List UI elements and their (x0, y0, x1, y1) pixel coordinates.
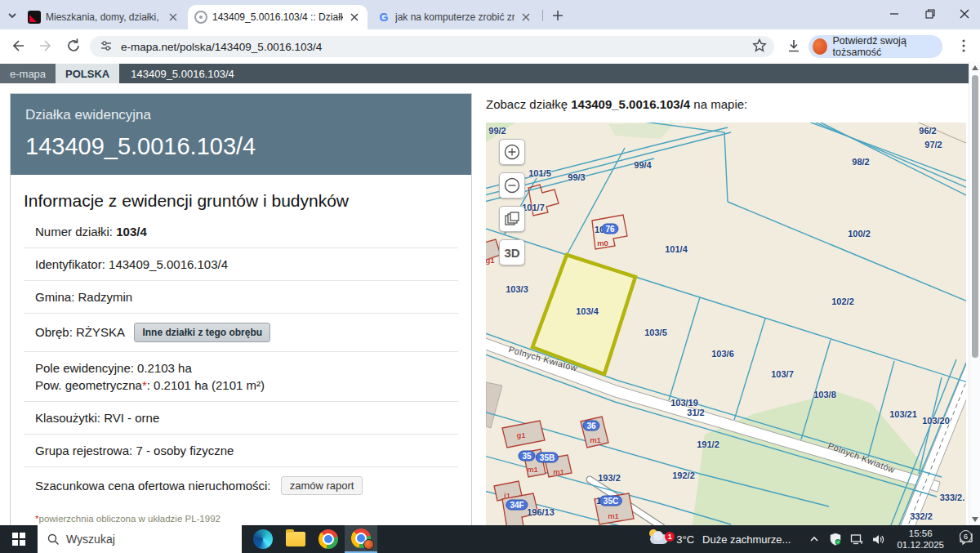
taskbar-search-input[interactable]: Wyszukaj (38, 525, 242, 553)
tab-divider (542, 10, 543, 21)
search-icon (47, 533, 60, 546)
emapa-favicon-icon (194, 11, 207, 24)
url-text: e-mapa.net/polska/143409_5.0016.103/4 (121, 41, 322, 53)
clock-date: 01.12.2025 (897, 539, 944, 551)
download-icon[interactable] (786, 38, 802, 54)
parcel-type-label: Działka ewidencyjna (25, 107, 457, 123)
taskbar-chrome-active-icon[interactable] (345, 525, 377, 553)
emapa-path: 143409_5.0016.103/4 (119, 64, 246, 83)
map-geometry (486, 123, 966, 525)
start-button[interactable] (0, 525, 38, 553)
parcel-number-label: Numer działki: (35, 225, 116, 239)
parcel-id-title: 143409_5.0016.103/4 (25, 133, 457, 160)
tray-expand-chevron-icon[interactable] (804, 533, 825, 545)
row-price-estimate: Szacunkowa cena ofertowa nieruchomości: … (24, 467, 458, 504)
chrome-profile-badge (363, 539, 374, 550)
forward-button[interactable] (38, 38, 54, 54)
tab-close-icon[interactable] (348, 11, 361, 24)
scrollbar-thumb[interactable] (972, 75, 978, 358)
window-close-button[interactable] (952, 5, 977, 23)
area-geometric-value: : 0.2101 ha (2101 m²) (147, 378, 265, 392)
action-center-icon[interactable]: 6 (952, 533, 980, 546)
tab-close-icon[interactable] (519, 11, 532, 24)
clock-time: 15:56 (897, 528, 944, 539)
browser-menu-icon[interactable] (956, 38, 972, 54)
site-settings-icon[interactable] (100, 39, 113, 55)
parcel-panel-body: Informacje z ewidencji gruntów i budynkó… (11, 175, 471, 553)
parcel-number-value: 103/4 (116, 225, 147, 239)
parcel-panel-header: Działka ewidencyjna 143409_5.0016.103/4 (11, 94, 471, 175)
area-geometric-label: Pow. geometryczna (35, 378, 142, 392)
new-tab-button[interactable] (550, 8, 565, 23)
desktop-screen: Mieszkania, domy, działki, lokal 143409_… (0, 0, 980, 553)
weather-alert-badge: 1 (665, 532, 675, 542)
row-area: Pole ewidencyjne: 0.2103 ha Pow. geometr… (24, 352, 458, 402)
highlighted-parcel (532, 255, 635, 374)
area-geometric: Pow. geometryczna*: 0.2101 ha (2101 m²) (35, 378, 457, 392)
map-caption-pre: Zobacz działkę (486, 97, 571, 111)
back-button[interactable] (10, 38, 26, 54)
taskbar-chrome-icon[interactable] (312, 525, 345, 553)
search-placeholder: Wyszukaj (66, 533, 115, 546)
windows-security-shield-icon[interactable] (825, 533, 846, 546)
taskbar-file-explorer-icon[interactable] (279, 525, 312, 553)
price-estimate-label: Szacunkowa cena ofertowa nieruchomości: (35, 479, 274, 493)
taskbar-clock[interactable]: 15:56 01.12.2025 (897, 528, 944, 551)
volume-icon[interactable] (867, 533, 889, 546)
footnote-text: powierzchnia obliczona w układzie PL-199… (38, 514, 220, 524)
area-cadastral: Pole ewidencyjne: 0.2103 ha (35, 361, 457, 375)
tab-otodom[interactable]: Mieszkania, domy, działki, lokal (21, 5, 186, 29)
tab-title: 143409_5.0016.103/4 :: Działka e (212, 11, 343, 23)
emapa-region-tab[interactable]: POLSKA (56, 64, 119, 83)
window-restore-button[interactable] (918, 5, 942, 23)
reload-button[interactable] (65, 38, 82, 54)
identity-confirm-button[interactable]: Potwierdź swoją tożsamość (808, 35, 942, 58)
row-obreb: Obręb: RŻYSKA Inne działki z tego obrębu (24, 314, 458, 352)
map-zoom-in-button[interactable] (499, 139, 525, 165)
profile-avatar (813, 38, 827, 55)
browser-toolbar: e-mapa.net/polska/143409_5.0016.103/4 Po… (0, 29, 980, 62)
obreb-value: Obręb: RŻYSKA (35, 325, 124, 339)
map-caption: Zobacz działkę 143409_5.0016.103/4 na ma… (486, 97, 747, 111)
map-caption-parcel-id: 143409_5.0016.103/4 (571, 97, 690, 111)
window-minimize-button[interactable] (882, 5, 906, 23)
tab-title: Mieszkania, domy, działki, lokal (46, 11, 162, 23)
other-parcels-button[interactable]: Inne działki z tego obrębu (134, 323, 270, 342)
weather-desc: Duże zachmurze... (702, 533, 791, 546)
tab-emapa-active[interactable]: 143409_5.0016.103/4 :: Działka e (188, 5, 368, 29)
windows-logo-icon (12, 533, 25, 546)
cadastral-map-canvas[interactable]: 99/296/297/298/299/4101/599/3101/710101/… (486, 123, 966, 525)
row-register-group: Grupa rejestrowa: 7 - osoby fizyczne (24, 435, 458, 467)
system-tray: 1 3°C Duże zachmurze... 15:56 01.12.2025 (644, 525, 980, 553)
emapa-breadcrumb-bar: e-mapa POLSKA 143409_5.0016.103/4 (0, 64, 980, 83)
emapa-brand[interactable]: e-mapa (0, 64, 56, 83)
scrollbar-down-arrow-icon[interactable] (972, 517, 978, 522)
windows-taskbar: Wyszukaj 1 3°C Duże zachmurze... (0, 525, 980, 553)
section-title-egib: Informacje z ewidencji gruntów i budynkó… (24, 191, 458, 211)
parcel-info-panel: Działka ewidencyjna 143409_5.0016.103/4 … (10, 93, 472, 534)
tab-close-icon[interactable] (167, 11, 180, 24)
tab-title: jak na komputerze zrobić zrzut (395, 11, 514, 23)
page-scrollbar[interactable] (969, 62, 980, 525)
tab-google-search[interactable]: G jak na komputerze zrobić zrzut (371, 5, 539, 29)
row-identifier: Identyfikator: 143409_5.0016.103/4 (24, 248, 458, 281)
google-favicon-icon: G (377, 11, 390, 24)
order-report-button[interactable]: zamów raport (281, 476, 363, 495)
row-gmina: Gmina: Radzymin (24, 281, 458, 314)
network-icon[interactable] (846, 533, 867, 546)
weather-widget[interactable]: 1 3°C Duże zachmurze... (644, 533, 804, 546)
browser-tabstrip: Mieszkania, domy, działki, lokal 143409_… (0, 0, 980, 29)
taskbar-edge-icon[interactable] (247, 525, 279, 553)
row-land-use: Klasoużytki: RVI - orne (24, 402, 458, 435)
map-zoom-out-button[interactable] (499, 172, 525, 198)
bookmark-star-icon[interactable] (751, 38, 768, 54)
otodom-favicon-icon (28, 11, 41, 24)
scrollbar-up-arrow-icon[interactable] (972, 65, 978, 70)
row-parcel-number: Numer działki: 103/4 (24, 216, 458, 248)
footnote: *powierzchnia obliczona w układzie PL-19… (24, 504, 458, 525)
identity-confirm-label: Potwierdź swoją tożsamość (833, 35, 942, 58)
map-3d-button[interactable]: 3D (499, 239, 525, 265)
tab-search-chevron-icon[interactable] (5, 8, 20, 23)
map-layers-button[interactable] (499, 206, 525, 232)
address-bar[interactable]: e-mapa.net/polska/143409_5.0016.103/4 (90, 36, 774, 57)
